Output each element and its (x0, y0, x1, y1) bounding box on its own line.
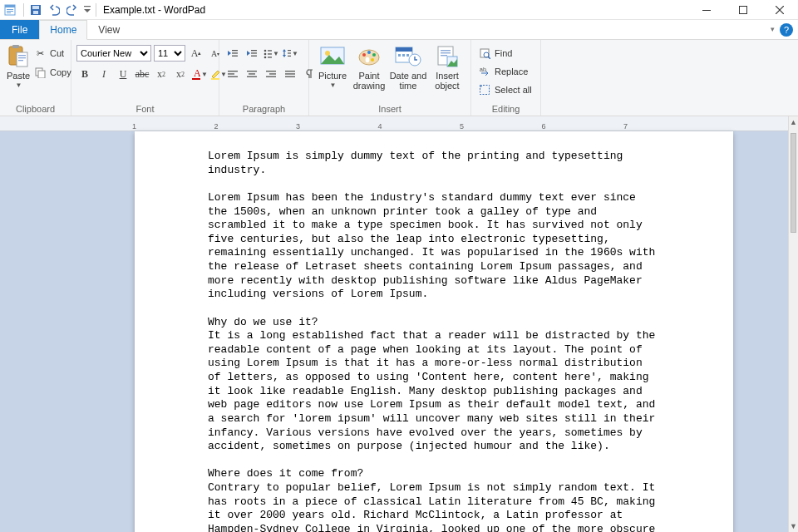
paint-label: Paint drawing (353, 71, 386, 91)
insert-object-label: Insert object (435, 71, 459, 91)
vertical-scrollbar[interactable]: ▲ ▼ (788, 116, 798, 532)
file-tab[interactable]: File (0, 20, 39, 39)
separator (96, 3, 96, 17)
superscript-button[interactable]: x2 (172, 66, 189, 82)
line-spacing-button[interactable]: ▼ (282, 45, 298, 62)
select-all-button[interactable]: Select all (476, 81, 534, 98)
decrease-indent-button[interactable] (224, 45, 241, 62)
qat-customize-button[interactable] (82, 2, 92, 18)
paint-icon (356, 43, 382, 70)
svg-rect-59 (396, 47, 412, 52)
window-controls (688, 0, 798, 20)
svg-rect-9 (702, 10, 711, 11)
svg-rect-27 (251, 56, 257, 57)
subscript-button[interactable]: x2 (153, 66, 170, 82)
copy-button[interactable]: Copy (32, 64, 73, 81)
paste-label: Paste (7, 71, 30, 81)
window-title: Example.txt - WordPad (103, 4, 205, 16)
picture-button[interactable]: Picture ▼ (314, 42, 351, 89)
svg-rect-24 (232, 56, 238, 57)
replace-button[interactable]: abReplace (476, 63, 534, 80)
ribbon-minimize-button[interactable]: ▾ (771, 25, 775, 33)
svg-point-55 (372, 53, 376, 57)
help-button[interactable]: ? (780, 23, 793, 37)
svg-rect-14 (18, 55, 26, 56)
font-family-select[interactable]: Courier New (76, 45, 151, 62)
close-button[interactable] (761, 0, 798, 20)
svg-rect-49 (285, 76, 295, 77)
insert-object-icon (434, 43, 461, 70)
paint-drawing-button[interactable]: Paint drawing (351, 42, 387, 91)
increase-indent-button[interactable] (244, 45, 260, 62)
cut-icon: ✂ (33, 47, 47, 60)
svg-rect-26 (251, 52, 257, 53)
select-all-icon (478, 83, 491, 96)
clipboard-group: Paste ▼ ✂Cut Copy Clipboard (0, 40, 71, 116)
paragraph-group: ▼ ▼ Paragraph (219, 40, 309, 116)
insert-group-label: Insert (314, 103, 466, 116)
view-tab[interactable]: View (87, 20, 131, 39)
scroll-down-button[interactable]: ▼ (789, 520, 798, 532)
minimize-button[interactable] (688, 0, 725, 20)
justify-button[interactable] (282, 66, 298, 82)
find-label: Find (495, 48, 512, 58)
paste-button[interactable]: Paste ▼ (5, 42, 32, 89)
align-right-button[interactable] (263, 66, 279, 82)
svg-point-56 (371, 58, 374, 62)
bullets-button[interactable]: ▼ (263, 45, 279, 62)
underline-button[interactable]: U (115, 66, 131, 82)
svg-rect-20 (192, 78, 200, 80)
document-page[interactable]: Lorem Ipsum is simply dummy text of the … (135, 131, 733, 532)
save-button[interactable] (27, 2, 44, 18)
align-center-button[interactable] (244, 66, 260, 82)
copy-label: Copy (50, 67, 71, 77)
align-left-button[interactable] (224, 66, 241, 82)
font-size-select[interactable]: 11 (154, 45, 185, 62)
svg-point-53 (362, 53, 366, 57)
picture-label: Picture (318, 71, 347, 81)
svg-rect-33 (268, 57, 272, 57)
chevron-down-icon: ▼ (330, 81, 337, 89)
title-bar: Example.txt - WordPad (0, 0, 798, 20)
svg-point-54 (367, 51, 371, 54)
svg-rect-37 (288, 56, 291, 57)
italic-button[interactable]: I (96, 66, 112, 82)
app-icon (3, 3, 17, 17)
strikethrough-button[interactable]: abc (134, 66, 150, 82)
svg-rect-31 (268, 50, 272, 51)
svg-point-30 (264, 57, 267, 59)
svg-rect-62 (406, 54, 409, 57)
insert-object-button[interactable]: Insert object (429, 42, 466, 91)
svg-rect-16 (18, 60, 23, 61)
svg-rect-65 (441, 50, 451, 51)
svg-rect-34 (283, 51, 284, 56)
scroll-up-button[interactable]: ▲ (789, 116, 798, 128)
document-area: 1 2 3 4 5 6 7 Lorem Ipsum is simply dumm… (0, 116, 798, 532)
svg-rect-61 (402, 54, 405, 57)
svg-rect-39 (228, 73, 234, 74)
svg-rect-1 (5, 5, 15, 7)
horizontal-ruler[interactable]: 1 2 3 4 5 6 7 (0, 116, 788, 131)
svg-rect-32 (268, 53, 272, 54)
home-tab[interactable]: Home (39, 20, 87, 40)
svg-point-29 (264, 53, 267, 56)
font-group-label: Font (76, 103, 214, 116)
svg-point-28 (264, 50, 267, 52)
redo-button[interactable] (64, 2, 81, 18)
datetime-label: Date and time (390, 71, 427, 91)
font-color-button[interactable]: A▼ (191, 66, 208, 82)
find-button[interactable]: Find (476, 45, 534, 62)
svg-rect-66 (441, 52, 451, 53)
bold-button[interactable]: B (76, 66, 93, 82)
svg-rect-8 (84, 6, 91, 7)
date-time-button[interactable]: Date and time (387, 42, 429, 91)
document-text[interactable]: Lorem Ipsum is simply dummy text of the … (208, 150, 660, 532)
svg-rect-15 (18, 57, 26, 58)
svg-rect-10 (740, 6, 747, 13)
grow-font-button[interactable]: A▴ (188, 45, 204, 62)
undo-button[interactable] (46, 2, 62, 18)
maximize-button[interactable] (725, 0, 761, 20)
scroll-thumb[interactable] (791, 133, 796, 233)
replace-label: Replace (495, 66, 528, 76)
cut-button[interactable]: ✂Cut (32, 45, 73, 62)
